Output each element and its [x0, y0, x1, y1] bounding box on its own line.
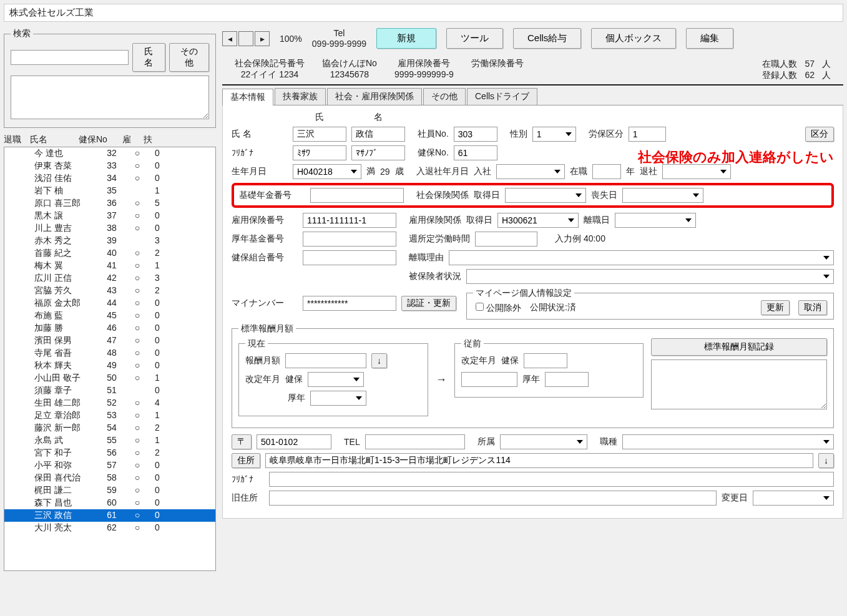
cells-kyuyo-button[interactable]: Cells給与 — [513, 28, 581, 49]
salary-record-area[interactable] — [651, 359, 827, 409]
employee-row[interactable]: 森下 昌也60○0 — [4, 497, 215, 509]
tab-1[interactable]: 扶養家族 — [275, 88, 326, 105]
koyo-shutoku-select[interactable]: H300621 — [497, 213, 579, 228]
employee-row[interactable]: 生田 雄二郎52○4 — [4, 397, 215, 409]
nav-next-button[interactable]: ▸ — [255, 31, 270, 46]
employee-row[interactable]: 寺尾 省吾48○0 — [4, 347, 215, 359]
koyo-rishoku-select[interactable] — [615, 213, 696, 228]
employee-row[interactable]: 三沢 政信61○0 — [4, 509, 215, 522]
cur-kenpo-select[interactable] — [308, 372, 364, 387]
houshugaku-input[interactable] — [285, 353, 366, 368]
address-kana-input[interactable] — [269, 472, 834, 487]
ninsho-button[interactable]: 認証・更新 — [401, 296, 456, 311]
konen-input[interactable] — [303, 232, 396, 247]
nav-prev-button[interactable]: ◂ — [222, 31, 237, 46]
mypage-cancel-button[interactable]: 取消 — [798, 300, 827, 315]
tab-3[interactable]: その他 — [423, 88, 466, 105]
mynumber-input[interactable] — [303, 296, 396, 311]
kubun-button[interactable]: 区分 — [805, 127, 834, 142]
hihokensha-select[interactable] — [466, 269, 834, 284]
nav-stop-button[interactable] — [238, 31, 253, 46]
salary-record-button[interactable]: 標準報酬月額記録 — [651, 338, 827, 356]
employee-list-header: 退職 氏名 健保No 雇 扶 — [4, 133, 216, 147]
zaishoku-input[interactable] — [592, 164, 621, 179]
kenpono-input[interactable] — [454, 145, 497, 160]
tool-button[interactable]: ツール — [446, 28, 503, 49]
shakai-soushitsu-select[interactable] — [622, 188, 703, 203]
shu-hours-input[interactable] — [475, 232, 537, 247]
search-input[interactable] — [11, 50, 129, 65]
prev-kounen-input[interactable] — [545, 372, 589, 387]
search-notes[interactable] — [11, 76, 209, 119]
employee-row[interactable]: 梶田 謙二59○0 — [4, 484, 215, 497]
employee-row[interactable]: 首藤 紀之40○2 — [4, 247, 215, 260]
birth-select[interactable]: H040218 — [293, 164, 361, 179]
employee-list[interactable]: 今 達也32○0伊東 杏菜33○0浅沼 佳佑34○0岩下 柚351原口 喜三郎3… — [4, 147, 216, 571]
employee-row[interactable]: 福原 金太郎44○0 — [4, 297, 215, 310]
employee-row[interactable]: 宮脇 芳久43○2 — [4, 285, 215, 297]
employee-row[interactable]: 広川 正信42○3 — [4, 272, 215, 285]
cur-kounen-select[interactable] — [310, 391, 366, 406]
postal-button[interactable]: 〒 — [232, 434, 252, 449]
employee-row[interactable]: 加藤 勝46○0 — [4, 322, 215, 335]
old-address-input[interactable] — [269, 491, 717, 506]
employee-row[interactable]: 川上 豊吉38○0 — [4, 222, 215, 235]
koyo-no-input[interactable] — [303, 213, 396, 228]
address-input[interactable] — [265, 453, 813, 468]
prev-kenpo-input[interactable] — [524, 353, 567, 368]
search-by-name-button[interactable]: 氏名 — [132, 43, 165, 72]
employee-row[interactable]: 須藤 章子510 — [4, 384, 215, 397]
employee-row[interactable]: 小平 和弥57○0 — [4, 459, 215, 472]
employee-row[interactable]: 黒木 譲37○0 — [4, 210, 215, 222]
new-button[interactable]: 新規 — [376, 28, 436, 49]
empno-input[interactable] — [454, 127, 497, 142]
rishoku-riyu-select[interactable] — [449, 250, 834, 265]
tab-2[interactable]: 社会・雇用保険関係 — [327, 88, 422, 105]
sei-kana-input[interactable] — [293, 145, 346, 160]
employee-row[interactable]: 宮下 和子56○2 — [4, 447, 215, 459]
shozoku-select[interactable] — [500, 434, 587, 449]
employee-row[interactable]: 保田 喜代治58○0 — [4, 472, 215, 484]
employee-row[interactable]: 小山田 敬子50○1 — [4, 372, 215, 384]
mei-input[interactable] — [351, 127, 405, 142]
kenpo-kumiai-input[interactable] — [303, 250, 396, 265]
postal-input[interactable] — [257, 434, 331, 449]
rouho-input[interactable] — [629, 127, 666, 142]
address-down-button[interactable]: ↓ — [818, 453, 834, 468]
personal-box-button[interactable]: 個人ボックス — [591, 28, 676, 49]
employee-row[interactable]: 布施 藍45○0 — [4, 310, 215, 322]
employee-row[interactable]: 今 達也32○0 — [4, 147, 215, 160]
employee-row[interactable]: 足立 章治郎53○1 — [4, 409, 215, 422]
tel-input[interactable] — [365, 434, 465, 449]
tab-0[interactable]: 基本情報 — [222, 89, 273, 105]
search-other-button[interactable]: その他 — [169, 43, 209, 72]
annotation-text: 社会保険のみ加入連絡がしたい — [638, 148, 834, 167]
employee-row[interactable]: 永島 武55○1 — [4, 434, 215, 447]
mypage-update-button[interactable]: 更新 — [761, 300, 790, 315]
tab-4[interactable]: Cellsドライブ — [467, 88, 537, 105]
address-button[interactable]: 住所 — [232, 453, 260, 468]
hire-date-select[interactable] — [496, 164, 565, 179]
basic-info-panel: 社会保険のみ加入連絡がしたい 氏 名 氏 名 社員No. 性別 1 労保区分 区… — [222, 105, 843, 519]
employee-row[interactable]: 岩下 柚351 — [4, 185, 215, 197]
employee-row[interactable]: 赤木 秀之393 — [4, 235, 215, 247]
henko-date-select[interactable] — [753, 491, 834, 506]
sei-input[interactable] — [293, 127, 346, 142]
employee-row[interactable]: 浅沼 佳佑34○0 — [4, 172, 215, 185]
kiso-nenkin-input[interactable] — [310, 188, 404, 203]
sex-select[interactable]: 1 — [532, 127, 576, 142]
employee-row[interactable]: 原口 喜三郎36○5 — [4, 197, 215, 210]
employee-row[interactable]: 梅木 翼41○1 — [4, 260, 215, 272]
mei-kana-input[interactable] — [351, 145, 405, 160]
edit-button[interactable]: 編集 — [686, 28, 733, 49]
employee-row[interactable]: 伊東 杏菜33○0 — [4, 160, 215, 172]
salary-down-button[interactable]: ↓ — [371, 353, 387, 368]
employee-row[interactable]: 藤沢 新一郎54○2 — [4, 422, 215, 434]
employee-row[interactable]: 大川 亮太62○0 — [4, 522, 215, 534]
prev-kaitei-input[interactable] — [461, 372, 517, 387]
shakai-shutoku-select[interactable] — [505, 188, 586, 203]
koukai-jogai-check[interactable]: 公開除外 — [473, 301, 521, 314]
employee-row[interactable]: 秋本 輝夫49○0 — [4, 359, 215, 372]
shokushu-select[interactable] — [622, 434, 834, 449]
employee-row[interactable]: 濱田 保男47○0 — [4, 335, 215, 347]
